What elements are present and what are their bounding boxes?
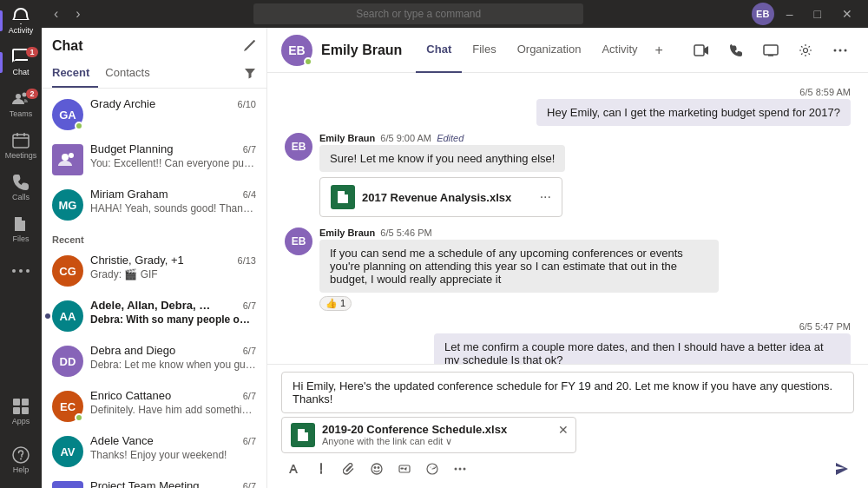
compose-area: Hi Emily, Here's the updated conference …: [267, 364, 868, 488]
compose-toolbar: [281, 453, 854, 481]
attach-button[interactable]: [337, 457, 361, 481]
chat-header: EB Emily Braun Chat Files Organization A…: [267, 28, 868, 73]
avatar: CG: [52, 255, 83, 287]
message-meta: Emily Braun 6/5 9:00 AM Edited: [319, 133, 565, 143]
svg-rect-15: [694, 45, 704, 56]
message-body: Emily Braun 6/5 9:00 AM Edited Sure! Let…: [319, 133, 565, 217]
remove-attachment-button[interactable]: ✕: [558, 423, 569, 437]
sidebar-item-apps[interactable]: Apps: [0, 391, 42, 432]
message-row: EB Emily Braun 6/5 9:00 AM Edited Sure! …: [285, 133, 851, 217]
settings-button[interactable]: [792, 36, 819, 64]
close-button[interactable]: ✕: [833, 3, 861, 24]
avatar: AA: [52, 300, 83, 332]
compose-attachment-title: 2019-20 Conference Schedule.xlsx: [322, 423, 567, 436]
tab-contacts[interactable]: Contacts: [105, 61, 158, 88]
importance-button[interactable]: [309, 457, 333, 481]
sidebar-label-activity: Activity: [9, 26, 34, 35]
sidebar-item-calls[interactable]: Calls: [0, 167, 42, 208]
message-bubble: Sure! Let me know if you need anything e…: [319, 145, 565, 172]
list-item[interactable]: MG Miriam Graham6/4HAHA! Yeah, sounds go…: [42, 182, 266, 228]
sticker-button[interactable]: [420, 457, 444, 481]
avatar: MG: [52, 189, 83, 221]
message-body: 6/5 5:47 PM Let me confirm a couple more…: [434, 321, 851, 364]
list-item[interactable]: Budget Planning6/7You: Excellent!! Can e…: [42, 137, 266, 182]
tab-organization[interactable]: Organization: [507, 28, 592, 73]
attachment-name: 2017 Revenue Analysis.xlsx: [362, 191, 540, 204]
audio-call-button[interactable]: [722, 36, 750, 64]
svg-point-29: [464, 468, 466, 471]
video-call-button[interactable]: [687, 36, 715, 64]
compose-attachment-preview: 2019-20 Conference Schedule.xlsx Anyone …: [281, 417, 576, 453]
tab-chat[interactable]: Chat: [416, 28, 462, 73]
message-body: 6/5 8:59 AM Hey Emily, can I get the mar…: [536, 87, 851, 126]
main-content: Chat Recent Contacts GA Grady Archie6/10…: [42, 28, 868, 488]
list-item[interactable]: AV Adele Vance6/7Thanks! Enjoy your week…: [42, 429, 266, 474]
section-label-recent: Recent: [42, 228, 266, 248]
sidebar-item-more[interactable]: [0, 250, 42, 292]
message-row: 6/5 5:47 PM Let me confirm a couple more…: [285, 321, 851, 364]
emoji-button[interactable]: [365, 457, 389, 481]
titlebar-right: EB – □ ✕: [752, 3, 868, 25]
list-item[interactable]: DD Debra and Diego6/7Debra: Let me know …: [42, 339, 266, 384]
sidebar-item-teams[interactable]: 2 Teams: [0, 83, 42, 125]
sidebar-item-files[interactable]: Files: [0, 208, 42, 250]
chat-tabs: Recent Contacts: [42, 61, 266, 89]
svg-point-23: [374, 467, 376, 469]
send-button[interactable]: [830, 457, 854, 481]
avatar: DD: [52, 346, 83, 377]
sidebar-item-help[interactable]: Help: [0, 439, 42, 481]
more-options-button[interactable]: [448, 457, 472, 481]
attachment-card: 2017 Revenue Analysis.xlsx ···: [319, 177, 562, 217]
sidebar-item-chat[interactable]: 1 Chat: [0, 42, 42, 83]
user-avatar[interactable]: EB: [752, 3, 774, 25]
chat-header-tabs: Chat Files Organization Activity +: [416, 28, 670, 73]
sidebar-item-meetings[interactable]: Meetings: [0, 125, 42, 167]
compose-text[interactable]: Hi Emily, Here's the updated conference …: [281, 372, 854, 413]
svg-point-10: [13, 447, 29, 463]
svg-point-17: [804, 48, 808, 52]
filter-icon[interactable]: [244, 67, 256, 82]
tab-files[interactable]: Files: [462, 28, 506, 73]
add-tab-button[interactable]: +: [648, 43, 670, 58]
avatar: [52, 144, 83, 175]
sidebar-item-activity[interactable]: Activity: [0, 0, 42, 42]
tab-activity[interactable]: Activity: [591, 28, 648, 73]
back-button[interactable]: ‹: [49, 3, 63, 25]
maximize-button[interactable]: □: [806, 3, 830, 24]
forward-button[interactable]: ›: [70, 3, 85, 25]
contact-avatar: EB: [281, 35, 312, 66]
chat-panel-title: Chat: [52, 38, 83, 54]
attachment-more-button[interactable]: ···: [540, 189, 551, 205]
message-body: Emily Braun 6/5 5:46 PM If you can send …: [319, 228, 719, 311]
message-bubble: Hey Emily, can I get the marketing budge…: [536, 99, 851, 126]
minimize-button[interactable]: –: [778, 3, 802, 24]
format-button[interactable]: [281, 457, 306, 481]
chat-list: GA Grady Archie6/10 Budget Planning6/7Yo…: [42, 89, 266, 488]
list-item[interactable]: EC Enrico Cattaneo6/7Definitely. Have hi…: [42, 384, 266, 429]
message-avatar: EB: [285, 228, 312, 255]
tab-recent[interactable]: Recent: [52, 61, 98, 88]
message-bubble: Let me confirm a couple more dates, and …: [434, 333, 851, 364]
sidebar-label-help: Help: [13, 465, 30, 474]
list-item[interactable]: Project Team Meeting6/7You: Recording is…: [42, 474, 266, 488]
list-item[interactable]: AA Adele, Allan, Debra, +36/7Debra: With…: [42, 293, 266, 339]
more-actions-button[interactable]: [826, 36, 854, 64]
svg-rect-8: [13, 407, 20, 414]
compose-attachment-info: 2019-20 Conference Schedule.xlsx Anyone …: [322, 423, 567, 447]
screen-share-button[interactable]: [757, 36, 785, 64]
svg-point-20: [845, 49, 847, 51]
list-item[interactable]: CG Christie, Grady, +16/13Grady: 🎬 GIF: [42, 248, 266, 293]
message-bubble: If you can send me a schedule of any upc…: [319, 240, 719, 293]
compose-icon[interactable]: [242, 39, 256, 53]
sidebar-label-calls: Calls: [12, 193, 30, 201]
svg-rect-7: [22, 399, 29, 406]
search-input[interactable]: [253, 3, 583, 24]
list-item[interactable]: GA Grady Archie6/10: [42, 92, 266, 137]
svg-point-28: [459, 468, 462, 471]
svg-point-4: [19, 269, 23, 273]
chat-header-actions: [687, 36, 854, 64]
svg-point-3: [12, 269, 16, 273]
message-meta: 6/5 8:59 AM: [799, 87, 851, 97]
svg-point-24: [378, 467, 379, 469]
gif-button[interactable]: [392, 457, 417, 481]
